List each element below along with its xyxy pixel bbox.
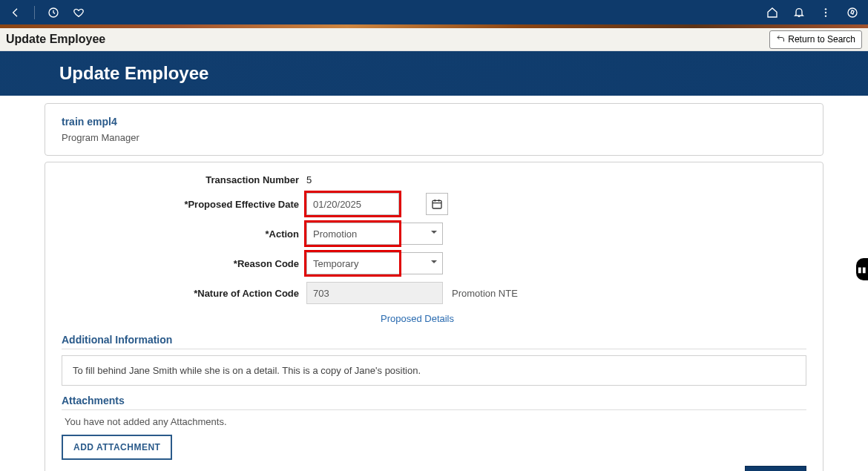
svg-point-3	[825, 15, 826, 16]
top-nav-right	[766, 6, 859, 19]
employee-card: train empl4 Program Manager	[45, 103, 823, 156]
employee-role: Program Manager	[62, 132, 806, 143]
nav-separator	[34, 6, 35, 19]
compass-icon[interactable]	[846, 6, 859, 19]
row-action: *Action Promotion	[62, 223, 806, 245]
side-tab[interactable]: ▮▮	[856, 258, 868, 280]
row-proposed-effective-date: *Proposed Effective Date	[62, 193, 806, 215]
label-proposed-effective-date: *Proposed Effective Date	[62, 199, 306, 210]
return-to-search-label: Return to Search	[788, 34, 855, 45]
additional-info-box: To fill behind Jane Smith while she is o…	[62, 355, 806, 386]
footer-row: SUBMIT	[62, 466, 806, 471]
clock-icon[interactable]	[47, 6, 60, 19]
nature-of-action-side-text: Promotion NTE	[452, 288, 518, 299]
label-transaction-number: Transaction Number	[62, 174, 306, 185]
add-attachment-button[interactable]: ADD ATTACHMENT	[62, 435, 172, 460]
page-header-title: Update Employee	[6, 33, 105, 46]
proposed-effective-date-input[interactable]	[306, 193, 399, 215]
nature-of-action-code-input	[306, 282, 443, 304]
reason-code-select[interactable]: Temporary	[306, 252, 443, 274]
proposed-details-link[interactable]: Proposed Details	[381, 313, 454, 324]
bell-icon[interactable]	[792, 6, 806, 19]
return-to-search-button[interactable]: Return to Search	[769, 30, 862, 49]
svg-rect-5	[433, 200, 441, 208]
home-icon[interactable]	[766, 6, 779, 19]
page-header-bar: Update Employee Return to Search	[0, 28, 868, 51]
top-nav	[0, 0, 868, 24]
no-attachments-text: You have not added any Attachments.	[62, 416, 806, 427]
label-nature-of-action-code: *Nature of Action Code	[62, 288, 306, 299]
row-proposed-details: Proposed Details	[62, 312, 806, 325]
row-transaction-number: Transaction Number 5	[62, 174, 806, 185]
row-nature-of-action-code: *Nature of Action Code Promotion NTE	[62, 282, 806, 304]
additional-info-text: To fill behind Jane Smith while she is o…	[73, 365, 421, 376]
submit-button[interactable]: SUBMIT	[745, 466, 806, 471]
svg-point-2	[825, 11, 826, 13]
value-transaction-number: 5	[306, 174, 312, 185]
attachments-heading: Attachments	[62, 395, 806, 410]
label-action: *Action	[62, 228, 306, 240]
hero-title: Update Employee	[59, 63, 208, 84]
action-select[interactable]: Promotion	[306, 223, 443, 245]
row-reason-code: *Reason Code Temporary	[62, 252, 806, 274]
back-icon[interactable]	[9, 6, 22, 19]
employee-name: train empl4	[62, 116, 806, 128]
content-wrap: train empl4 Program Manager Transaction …	[0, 96, 868, 471]
calendar-button[interactable]	[426, 193, 448, 215]
pause-icon: ▮▮	[858, 266, 867, 274]
calendar-icon	[431, 198, 443, 210]
additional-info-heading: Additional Information	[62, 334, 806, 349]
top-nav-left	[9, 6, 85, 19]
hero-banner: Update Employee	[0, 51, 868, 96]
svg-point-1	[825, 8, 826, 10]
return-arrow-icon	[776, 34, 785, 45]
svg-point-4	[848, 8, 857, 17]
kebab-menu-icon[interactable]	[819, 6, 832, 19]
label-reason-code: *Reason Code	[62, 258, 306, 269]
heart-icon[interactable]	[72, 6, 85, 19]
form-card: Transaction Number 5 *Proposed Effective…	[45, 162, 823, 471]
